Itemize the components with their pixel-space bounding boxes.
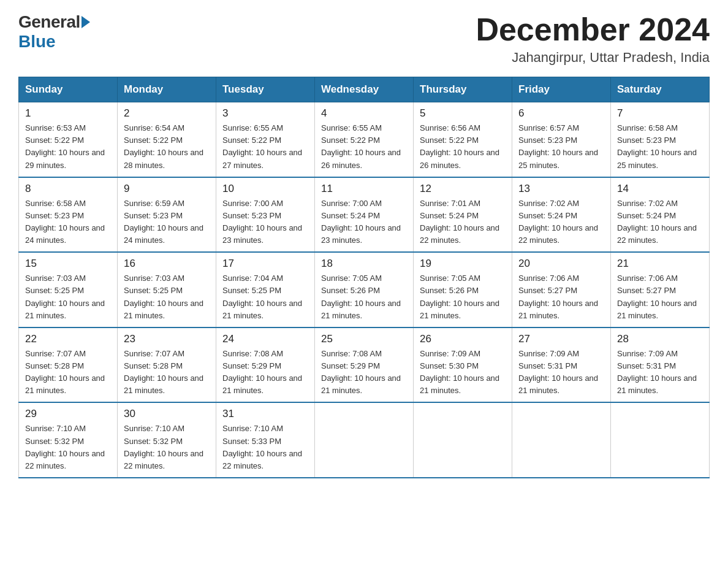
calendar-cell: 14 Sunrise: 7:02 AMSunset: 5:24 PMDaylig… — [611, 177, 710, 253]
calendar-cell: 12 Sunrise: 7:01 AMSunset: 5:24 PMDaylig… — [414, 177, 512, 253]
logo: General Blue — [18, 12, 91, 52]
day-number: 8 — [25, 183, 111, 195]
day-number: 4 — [321, 107, 407, 120]
calendar-cell: 16 Sunrise: 7:03 AMSunset: 5:25 PMDaylig… — [118, 252, 216, 327]
day-info: Sunrise: 7:10 AMSunset: 5:32 PMDaylight:… — [25, 423, 111, 472]
week-row-1: 1 Sunrise: 6:53 AMSunset: 5:22 PMDayligh… — [19, 102, 710, 177]
calendar-cell: 10 Sunrise: 7:00 AMSunset: 5:23 PMDaylig… — [216, 177, 315, 253]
day-info: Sunrise: 6:59 AMSunset: 5:23 PMDaylight:… — [124, 197, 210, 247]
day-number: 27 — [518, 333, 604, 345]
day-number: 10 — [222, 183, 308, 195]
day-number: 6 — [518, 107, 604, 120]
day-info: Sunrise: 6:53 AMSunset: 5:22 PMDaylight:… — [25, 122, 111, 172]
week-row-4: 22 Sunrise: 7:07 AMSunset: 5:28 PMDaylig… — [19, 327, 710, 403]
location-text: Jahangirpur, Uttar Pradesh, India — [476, 50, 710, 66]
day-number: 5 — [420, 107, 506, 120]
calendar-cell — [611, 402, 710, 478]
day-info: Sunrise: 6:56 AMSunset: 5:22 PMDaylight:… — [420, 122, 506, 172]
day-info: Sunrise: 6:55 AMSunset: 5:22 PMDaylight:… — [222, 122, 308, 172]
day-info: Sunrise: 7:02 AMSunset: 5:24 PMDaylight:… — [518, 197, 604, 247]
calendar-cell: 18 Sunrise: 7:05 AMSunset: 5:26 PMDaylig… — [315, 252, 414, 327]
day-info: Sunrise: 7:10 AMSunset: 5:32 PMDaylight:… — [124, 423, 210, 472]
day-info: Sunrise: 7:05 AMSunset: 5:26 PMDaylight:… — [321, 272, 407, 322]
day-info: Sunrise: 7:07 AMSunset: 5:28 PMDaylight:… — [25, 348, 111, 397]
calendar-cell: 19 Sunrise: 7:05 AMSunset: 5:26 PMDaylig… — [414, 252, 512, 327]
logo-blue-text: Blue — [18, 32, 56, 51]
day-number: 19 — [420, 258, 506, 270]
day-info: Sunrise: 6:57 AMSunset: 5:23 PMDaylight:… — [518, 122, 604, 172]
header-tuesday: Tuesday — [216, 77, 315, 102]
header-monday: Monday — [118, 77, 216, 102]
calendar-cell: 29 Sunrise: 7:10 AMSunset: 5:32 PMDaylig… — [19, 402, 118, 478]
day-info: Sunrise: 7:00 AMSunset: 5:23 PMDaylight:… — [222, 197, 308, 247]
calendar-cell: 21 Sunrise: 7:06 AMSunset: 5:27 PMDaylig… — [611, 252, 710, 327]
calendar-cell: 13 Sunrise: 7:02 AMSunset: 5:24 PMDaylig… — [512, 177, 611, 253]
day-info: Sunrise: 7:09 AMSunset: 5:30 PMDaylight:… — [420, 348, 506, 397]
day-number: 30 — [124, 408, 210, 420]
day-number: 25 — [321, 333, 407, 345]
day-number: 15 — [25, 258, 111, 270]
day-number: 22 — [25, 333, 111, 345]
week-row-2: 8 Sunrise: 6:58 AMSunset: 5:23 PMDayligh… — [19, 177, 710, 253]
header-saturday: Saturday — [611, 77, 710, 102]
page-header: General Blue December 2024 Jahangirpur, … — [18, 12, 710, 66]
day-info: Sunrise: 7:05 AMSunset: 5:26 PMDaylight:… — [420, 272, 506, 322]
day-info: Sunrise: 7:01 AMSunset: 5:24 PMDaylight:… — [420, 197, 506, 247]
logo-general-text: General — [18, 12, 80, 32]
day-number: 16 — [124, 258, 210, 270]
calendar-cell: 27 Sunrise: 7:09 AMSunset: 5:31 PMDaylig… — [512, 327, 611, 403]
calendar-cell: 30 Sunrise: 7:10 AMSunset: 5:32 PMDaylig… — [118, 402, 216, 478]
calendar-cell: 6 Sunrise: 6:57 AMSunset: 5:23 PMDayligh… — [512, 102, 611, 177]
calendar-cell: 31 Sunrise: 7:10 AMSunset: 5:33 PMDaylig… — [216, 402, 315, 478]
day-number: 1 — [25, 107, 111, 120]
day-number: 29 — [25, 408, 111, 420]
calendar-cell: 9 Sunrise: 6:59 AMSunset: 5:23 PMDayligh… — [118, 177, 216, 253]
calendar-cell: 17 Sunrise: 7:04 AMSunset: 5:25 PMDaylig… — [216, 252, 315, 327]
day-info: Sunrise: 6:55 AMSunset: 5:22 PMDaylight:… — [321, 122, 407, 172]
day-number: 23 — [124, 333, 210, 345]
calendar-cell — [512, 402, 611, 478]
day-number: 3 — [222, 107, 308, 120]
day-number: 20 — [518, 258, 604, 270]
day-info: Sunrise: 7:03 AMSunset: 5:25 PMDaylight:… — [25, 272, 111, 322]
calendar-cell: 8 Sunrise: 6:58 AMSunset: 5:23 PMDayligh… — [19, 177, 118, 253]
day-number: 14 — [617, 183, 703, 195]
title-block: December 2024 Jahangirpur, Uttar Pradesh… — [476, 12, 710, 66]
calendar-cell: 26 Sunrise: 7:09 AMSunset: 5:30 PMDaylig… — [414, 327, 512, 403]
day-number: 26 — [420, 333, 506, 345]
day-info: Sunrise: 7:04 AMSunset: 5:25 PMDaylight:… — [222, 272, 308, 322]
day-info: Sunrise: 7:03 AMSunset: 5:25 PMDaylight:… — [124, 272, 210, 322]
day-info: Sunrise: 7:09 AMSunset: 5:31 PMDaylight:… — [518, 348, 604, 397]
day-number: 31 — [222, 408, 308, 420]
day-info: Sunrise: 6:58 AMSunset: 5:23 PMDaylight:… — [25, 197, 111, 247]
header-wednesday: Wednesday — [315, 77, 414, 102]
calendar-cell — [414, 402, 512, 478]
day-info: Sunrise: 7:08 AMSunset: 5:29 PMDaylight:… — [321, 348, 407, 397]
header-friday: Friday — [512, 77, 611, 102]
calendar-cell — [315, 402, 414, 478]
calendar-cell: 4 Sunrise: 6:55 AMSunset: 5:22 PMDayligh… — [315, 102, 414, 177]
day-number: 17 — [222, 258, 308, 270]
day-info: Sunrise: 7:07 AMSunset: 5:28 PMDaylight:… — [124, 348, 210, 397]
calendar-cell: 1 Sunrise: 6:53 AMSunset: 5:22 PMDayligh… — [19, 102, 118, 177]
calendar-cell: 2 Sunrise: 6:54 AMSunset: 5:22 PMDayligh… — [118, 102, 216, 177]
day-info: Sunrise: 7:09 AMSunset: 5:31 PMDaylight:… — [617, 348, 703, 397]
header-row: Sunday Monday Tuesday Wednesday Thursday… — [19, 77, 710, 102]
day-number: 7 — [617, 107, 703, 120]
calendar-cell: 20 Sunrise: 7:06 AMSunset: 5:27 PMDaylig… — [512, 252, 611, 327]
calendar-cell: 28 Sunrise: 7:09 AMSunset: 5:31 PMDaylig… — [611, 327, 710, 403]
day-info: Sunrise: 6:54 AMSunset: 5:22 PMDaylight:… — [124, 122, 210, 172]
week-row-5: 29 Sunrise: 7:10 AMSunset: 5:32 PMDaylig… — [19, 402, 710, 478]
calendar-cell: 3 Sunrise: 6:55 AMSunset: 5:22 PMDayligh… — [216, 102, 315, 177]
day-info: Sunrise: 7:06 AMSunset: 5:27 PMDaylight:… — [617, 272, 703, 322]
calendar-table: Sunday Monday Tuesday Wednesday Thursday… — [18, 77, 710, 478]
day-number: 12 — [420, 183, 506, 195]
day-number: 28 — [617, 333, 703, 345]
day-info: Sunrise: 7:08 AMSunset: 5:29 PMDaylight:… — [222, 348, 308, 397]
day-number: 11 — [321, 183, 407, 195]
day-info: Sunrise: 7:00 AMSunset: 5:24 PMDaylight:… — [321, 197, 407, 247]
header-thursday: Thursday — [414, 77, 512, 102]
day-info: Sunrise: 7:02 AMSunset: 5:24 PMDaylight:… — [617, 197, 703, 247]
calendar-cell: 15 Sunrise: 7:03 AMSunset: 5:25 PMDaylig… — [19, 252, 118, 327]
day-info: Sunrise: 7:10 AMSunset: 5:33 PMDaylight:… — [222, 423, 308, 472]
